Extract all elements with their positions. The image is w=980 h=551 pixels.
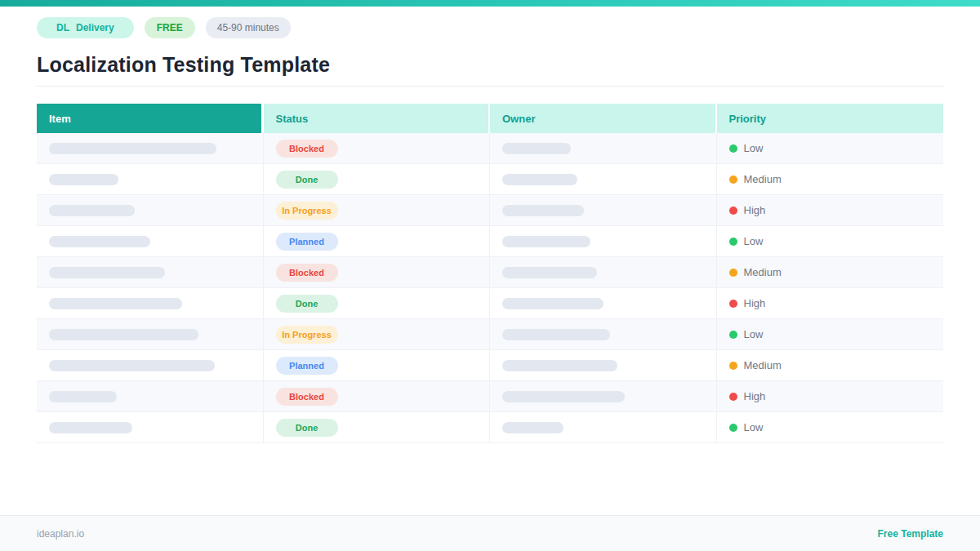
item-placeholder [49, 143, 216, 154]
status-cell: Done [264, 164, 491, 195]
priority-label: Low [744, 235, 764, 247]
owner-placeholder [502, 267, 597, 278]
table-row: Done Medium [37, 164, 943, 195]
owner-placeholder [502, 422, 564, 433]
item-placeholder [49, 174, 118, 185]
duration-badge: 45-90 minutes [206, 17, 291, 38]
item-cell [37, 226, 264, 257]
table-row: Planned Low [37, 226, 943, 257]
priority-cell: High [717, 288, 944, 319]
status-cell: In Progress [264, 195, 491, 226]
priority-dot [729, 144, 737, 153]
status-cell: Done [264, 288, 491, 319]
table-row: Done High [37, 288, 943, 319]
item-placeholder [49, 298, 182, 309]
table-row: In Progress Low [37, 319, 943, 350]
priority-dot [729, 238, 737, 246]
table-row: Blocked Low [37, 133, 943, 164]
owner-placeholder [502, 360, 617, 371]
owner-cell [490, 288, 717, 319]
status-badge: Planned [276, 233, 338, 251]
status-badge: In Progress [276, 202, 338, 220]
owner-cell [490, 350, 717, 381]
page-content: DL Delivery FREE 45-90 minutes Localizat… [0, 17, 980, 443]
priority-label: Low [744, 142, 764, 154]
item-placeholder [49, 205, 135, 216]
priority-label: High [744, 390, 766, 402]
footer: ideaplan.io Free Template [0, 515, 980, 551]
owner-placeholder [502, 391, 625, 402]
status-badge: Done [276, 295, 338, 313]
priority-cell: High [717, 381, 944, 412]
owner-placeholder [502, 329, 610, 340]
status-cell: Blocked [264, 381, 491, 412]
item-placeholder [49, 267, 165, 278]
item-cell [37, 164, 264, 195]
item-cell [37, 319, 264, 350]
status-badge: In Progress [276, 326, 338, 344]
column-header-status: Status [264, 104, 491, 133]
item-placeholder [49, 360, 215, 371]
column-header-owner: Owner [490, 104, 717, 133]
owner-placeholder [502, 298, 604, 309]
owner-cell [490, 257, 717, 288]
priority-cell: Low [717, 412, 944, 443]
owner-cell [490, 226, 717, 257]
priority-dot [729, 362, 737, 370]
priority-cell: High [717, 195, 944, 226]
template-table: Item Status Owner Priority Blocked Low D… [37, 104, 943, 443]
owner-cell [490, 195, 717, 226]
priority-label: Low [744, 328, 764, 340]
priority-cell: Low [717, 319, 944, 350]
item-placeholder [49, 236, 150, 247]
column-header-priority: Priority [717, 104, 944, 133]
owner-cell [490, 319, 717, 350]
item-cell [37, 133, 264, 164]
priority-label: Medium [744, 359, 782, 371]
priority-cell: Medium [717, 257, 944, 288]
status-cell: Done [264, 412, 491, 443]
status-cell: Blocked [264, 257, 491, 288]
owner-cell [490, 133, 717, 164]
priority-dot [729, 424, 737, 432]
table-header-row: Item Status Owner Priority [37, 104, 943, 133]
owner-placeholder [502, 236, 590, 247]
item-cell [37, 257, 264, 288]
priority-dot [729, 269, 737, 277]
priority-label: Low [744, 421, 764, 433]
priority-cell: Medium [717, 164, 944, 195]
item-placeholder [49, 422, 132, 433]
free-badge: FREE [145, 17, 195, 38]
badge-row: DL Delivery FREE 45-90 minutes [37, 17, 943, 38]
status-badge: Blocked [276, 140, 338, 158]
status-cell: Planned [264, 350, 491, 381]
table-row: Blocked High [37, 381, 943, 412]
priority-cell: Medium [717, 350, 944, 381]
priority-dot [729, 300, 737, 308]
priority-cell: Low [717, 133, 944, 164]
table-row: Blocked Medium [37, 257, 943, 288]
priority-label: Medium [744, 266, 782, 278]
owner-placeholder [502, 143, 571, 154]
status-badge: Blocked [276, 388, 338, 406]
owner-cell [490, 381, 717, 412]
top-accent-bar [0, 0, 980, 7]
footer-brand: ideaplan.io [37, 528, 84, 540]
status-cell: In Progress [264, 319, 491, 350]
item-cell [37, 195, 264, 226]
title-divider [37, 86, 943, 87]
status-badge: Done [276, 171, 338, 189]
item-cell [37, 412, 264, 443]
owner-cell [490, 164, 717, 195]
item-placeholder [49, 391, 117, 402]
status-badge: Planned [276, 357, 338, 375]
owner-cell [490, 412, 717, 443]
priority-dot [729, 331, 737, 339]
category-badge-prefix: DL [56, 22, 69, 33]
priority-label: High [744, 204, 766, 216]
item-cell [37, 288, 264, 319]
free-template-link[interactable]: Free Template [878, 528, 943, 540]
table-body: Blocked Low Done Medium In Progress [37, 133, 943, 443]
status-badge: Done [276, 419, 338, 437]
priority-dot [729, 176, 737, 184]
